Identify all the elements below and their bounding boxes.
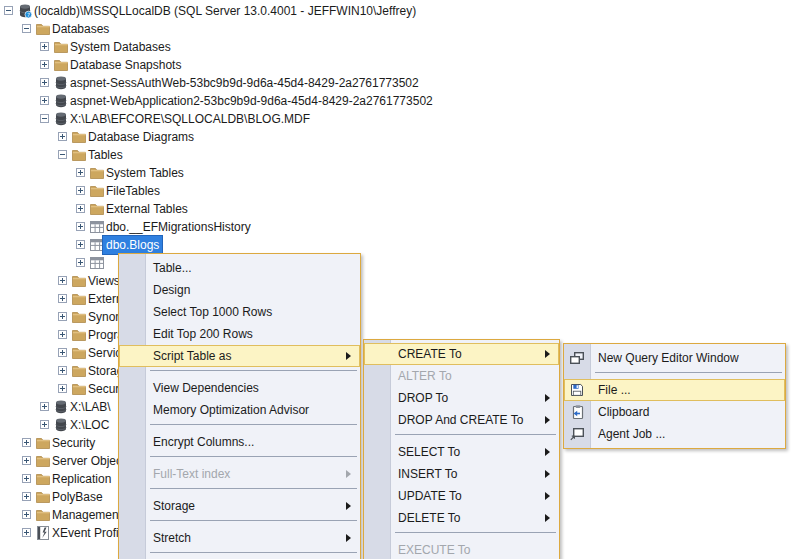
tree-item-database-diagrams: Database Diagrams bbox=[0, 128, 791, 146]
table-context-menu: Table...DesignSelect Top 1000 RowsEdit T… bbox=[118, 253, 361, 559]
submenu-arrow-icon bbox=[545, 394, 550, 402]
menu-item-table[interactable]: Table... bbox=[119, 257, 360, 279]
menu-item-label: Script Table as bbox=[153, 349, 232, 363]
menu-item-new-query-editor-window[interactable]: New Query Editor Window bbox=[564, 347, 785, 369]
expand-toggle-icon[interactable] bbox=[40, 60, 49, 69]
collapse-toggle-icon[interactable] bbox=[4, 6, 13, 15]
expand-toggle-icon[interactable] bbox=[40, 420, 49, 429]
tree-item-dbo-efmigrationshistory: dbo.__EFMigrationsHistory bbox=[0, 218, 791, 236]
menu-item-storage[interactable]: Storage bbox=[119, 495, 360, 517]
submenu-arrow-icon bbox=[545, 448, 550, 456]
menu-item-file[interactable]: File ... bbox=[564, 379, 785, 401]
expand-toggle-icon[interactable] bbox=[58, 294, 67, 303]
menu-item-delete-to[interactable]: DELETE To bbox=[364, 507, 559, 529]
expand-toggle-icon[interactable] bbox=[22, 456, 31, 465]
expand-toggle-icon[interactable] bbox=[22, 438, 31, 447]
menu-item-memory-optimization-advisor[interactable]: Memory Optimization Advisor bbox=[119, 399, 360, 421]
menu-item-label: Stretch bbox=[153, 531, 191, 545]
expand-toggle-icon[interactable] bbox=[40, 402, 49, 411]
expand-toggle-icon[interactable] bbox=[58, 132, 67, 141]
menu-item-label: Storage bbox=[153, 499, 195, 513]
menu-item-label: INSERT To bbox=[398, 467, 457, 481]
menu-item-select-to[interactable]: SELECT To bbox=[364, 441, 559, 463]
collapse-toggle-icon[interactable] bbox=[22, 24, 31, 33]
table-icon bbox=[89, 255, 105, 271]
tree-item-label[interactable]: PolyBase bbox=[49, 488, 106, 506]
menu-item-encrypt-columns[interactable]: Encrypt Columns... bbox=[119, 431, 360, 453]
agent-job-icon bbox=[569, 426, 585, 442]
tree-item-label[interactable]: External Tables bbox=[103, 200, 191, 218]
tree-item-label[interactable]: Management bbox=[49, 506, 125, 524]
expand-toggle-icon[interactable] bbox=[58, 330, 67, 339]
expand-toggle-icon[interactable] bbox=[76, 258, 85, 267]
expand-toggle-icon[interactable] bbox=[58, 312, 67, 321]
menu-item-label: CREATE To bbox=[398, 347, 462, 361]
expand-toggle-icon[interactable] bbox=[22, 474, 31, 483]
menu-item-edit-top-200-rows[interactable]: Edit Top 200 Rows bbox=[119, 323, 360, 345]
expand-toggle-icon[interactable] bbox=[40, 42, 49, 51]
expand-toggle-icon[interactable] bbox=[40, 96, 49, 105]
tree-item-label[interactable]: Database Diagrams bbox=[85, 128, 197, 146]
expand-toggle-icon[interactable] bbox=[22, 528, 31, 537]
collapse-toggle-icon[interactable] bbox=[40, 114, 49, 123]
expand-toggle-icon[interactable] bbox=[76, 186, 85, 195]
tree-item-label[interactable]: aspnet-SessAuthWeb-53bc9b9d-9d6a-45d4-84… bbox=[67, 74, 422, 92]
menu-item-label: ALTER To bbox=[398, 369, 452, 383]
tree-item-label[interactable]: dbo.__EFMigrationsHistory bbox=[103, 218, 254, 236]
clipboard-icon bbox=[569, 404, 585, 420]
expand-toggle-icon[interactable] bbox=[58, 384, 67, 393]
menu-item-drop-and-create-to[interactable]: DROP And CREATE To bbox=[364, 409, 559, 431]
tree-item-label[interactable]: Replication bbox=[49, 470, 114, 488]
expand-toggle-icon[interactable] bbox=[40, 78, 49, 87]
menu-item-view-dependencies[interactable]: View Dependencies bbox=[119, 377, 360, 399]
menu-item-drop-to[interactable]: DROP To bbox=[364, 387, 559, 409]
submenu-arrow-icon bbox=[545, 470, 550, 478]
menu-item-label: DELETE To bbox=[398, 511, 460, 525]
tree-item-label[interactable]: aspnet-WebApplication2-53bc9b9d-9d6a-45d… bbox=[67, 92, 436, 110]
menu-item-design[interactable]: Design bbox=[119, 279, 360, 301]
tree-item-label[interactable]: dbo.Blogs bbox=[103, 236, 162, 254]
expand-toggle-icon[interactable] bbox=[58, 366, 67, 375]
tree-item-label[interactable]: Security bbox=[49, 434, 98, 452]
tree-item-label[interactable]: FileTables bbox=[103, 182, 163, 200]
menu-item-select-top-1000-rows[interactable]: Select Top 1000 Rows bbox=[119, 301, 360, 323]
tree-item-label[interactable]: X:\LAB\ bbox=[67, 398, 114, 416]
tree-item-label[interactable]: Database Snapshots bbox=[67, 56, 184, 74]
menu-item-clipboard[interactable]: Clipboard bbox=[564, 401, 785, 423]
tree-item-label[interactable]: System Databases bbox=[67, 38, 174, 56]
menu-item-create-to[interactable]: CREATE To bbox=[364, 343, 559, 365]
tree-item-databases: Databases bbox=[0, 20, 791, 38]
collapse-toggle-icon[interactable] bbox=[58, 150, 67, 159]
tree-item-label[interactable]: Databases bbox=[49, 20, 112, 38]
tree-item-label[interactable]: System Tables bbox=[103, 164, 187, 182]
expand-toggle-icon[interactable] bbox=[76, 204, 85, 213]
expand-toggle-icon[interactable] bbox=[58, 348, 67, 357]
tree-item-label[interactable]: X:\LOC bbox=[67, 416, 112, 434]
expand-toggle-icon[interactable] bbox=[76, 222, 85, 231]
menu-separator bbox=[564, 372, 785, 379]
menu-separator bbox=[364, 434, 559, 441]
menu-item-script-table-as[interactable]: Script Table as bbox=[119, 345, 360, 367]
menu-item-label: Memory Optimization Advisor bbox=[153, 403, 309, 417]
new-query-window-icon bbox=[569, 350, 585, 366]
menu-item-label: EXECUTE To bbox=[398, 543, 470, 557]
expand-toggle-icon[interactable] bbox=[76, 168, 85, 177]
submenu-arrow-icon bbox=[545, 416, 550, 424]
expand-toggle-icon[interactable] bbox=[22, 510, 31, 519]
menu-separator bbox=[364, 532, 559, 539]
expand-toggle-icon[interactable] bbox=[76, 240, 85, 249]
svg-text:?: ? bbox=[27, 12, 30, 18]
expand-toggle-icon[interactable] bbox=[22, 492, 31, 501]
submenu-arrow-icon bbox=[545, 492, 550, 500]
menu-separator bbox=[119, 520, 360, 527]
tree-item-label[interactable]: (localdb)\MSSQLLocalDB (SQL Server 13.0.… bbox=[31, 2, 419, 20]
script-table-as-submenu: CREATE ToALTER ToDROP ToDROP And CREATE … bbox=[363, 339, 560, 559]
menu-item-agent-job[interactable]: Agent Job ... bbox=[564, 423, 785, 445]
menu-item-stretch[interactable]: Stretch bbox=[119, 527, 360, 549]
tree-item-label[interactable]: Tables bbox=[85, 146, 126, 164]
expand-toggle-icon[interactable] bbox=[58, 276, 67, 285]
menu-item-full-text-index: Full-Text index bbox=[119, 463, 360, 485]
tree-item-label[interactable]: X:\LAB\EFCORE\SQLLOCALDB\BLOG.MDF bbox=[67, 110, 313, 128]
menu-item-insert-to[interactable]: INSERT To bbox=[364, 463, 559, 485]
menu-item-update-to[interactable]: UPDATE To bbox=[364, 485, 559, 507]
